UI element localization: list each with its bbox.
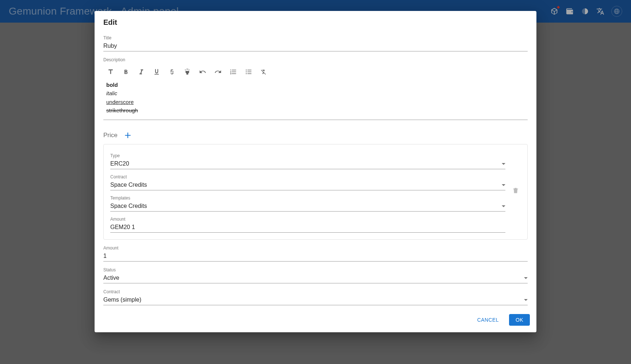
cancel-button[interactable]: Cancel <box>471 314 505 326</box>
amount-label: Amount <box>103 245 528 251</box>
editor-redo-icon[interactable] <box>214 67 222 76</box>
editor-undo-icon[interactable] <box>198 67 207 76</box>
amount-value: 1 <box>103 253 107 259</box>
editor-line-strike: strikethrough <box>106 106 525 115</box>
price-templates-select[interactable]: Space Credits <box>110 201 505 212</box>
status-value: Active <box>103 275 119 281</box>
ok-button[interactable]: OK <box>509 314 530 326</box>
price-contract-label: Contract <box>110 174 505 179</box>
contract-label: Contract <box>103 289 528 294</box>
editor-line-bold: bold <box>106 81 525 89</box>
chevron-down-icon <box>502 163 505 165</box>
delete-price-button[interactable] <box>510 185 521 195</box>
chevron-down-icon <box>524 299 528 301</box>
description-editor[interactable]: bold italic underscore strikethrough <box>103 78 528 120</box>
contract-value: Gems (simple) <box>103 297 141 303</box>
amount-input[interactable]: 1 <box>103 251 528 262</box>
editor-line-underscore: underscore <box>106 98 525 106</box>
price-contract-value: Space Credits <box>110 182 147 188</box>
dialog-title: Edit <box>95 11 536 30</box>
description-label: Description <box>103 57 528 62</box>
chevron-down-icon <box>502 184 505 186</box>
editor-underline-icon[interactable] <box>152 67 161 76</box>
price-item-card: Type ERC20 Contract Space Credits Templa… <box>103 144 528 240</box>
price-amount-label: Amount <box>110 217 505 222</box>
status-select[interactable]: Active <box>103 273 528 283</box>
price-type-label: Type <box>110 153 505 158</box>
price-amount-value: GEM20 1 <box>110 224 135 231</box>
editor-clear-format-icon[interactable] <box>260 67 268 76</box>
chevron-down-icon <box>502 205 505 207</box>
editor-list-ordered-icon[interactable] <box>229 67 238 76</box>
editor-toolbar <box>103 63 528 78</box>
price-type-select[interactable]: ERC20 <box>110 159 505 169</box>
contract-select[interactable]: Gems (simple) <box>103 295 528 305</box>
title-input[interactable]: Ruby <box>103 41 528 51</box>
price-label: Price <box>103 132 118 139</box>
price-contract-select[interactable]: Space Credits <box>110 180 505 190</box>
chevron-down-icon <box>524 277 528 279</box>
price-templates-label: Templates <box>110 195 505 201</box>
title-label: Title <box>103 35 528 40</box>
editor-strike-icon[interactable] <box>168 67 176 76</box>
editor-italic-icon[interactable] <box>137 67 146 76</box>
editor-highlight-icon[interactable] <box>183 67 192 76</box>
editor-line-italic: italic <box>106 89 525 97</box>
editor-text-icon[interactable] <box>106 67 115 76</box>
editor-list-bullet-icon[interactable] <box>244 67 253 76</box>
editor-bold-icon[interactable] <box>122 67 130 76</box>
price-amount-input[interactable]: GEM20 1 <box>110 222 505 233</box>
add-price-button[interactable] <box>123 130 133 140</box>
status-label: Status <box>103 267 528 272</box>
edit-dialog: Edit Title Ruby Description <box>95 11 536 332</box>
price-templates-value: Space Credits <box>110 203 147 209</box>
price-type-value: ERC20 <box>110 160 129 167</box>
title-value: Ruby <box>103 43 117 49</box>
